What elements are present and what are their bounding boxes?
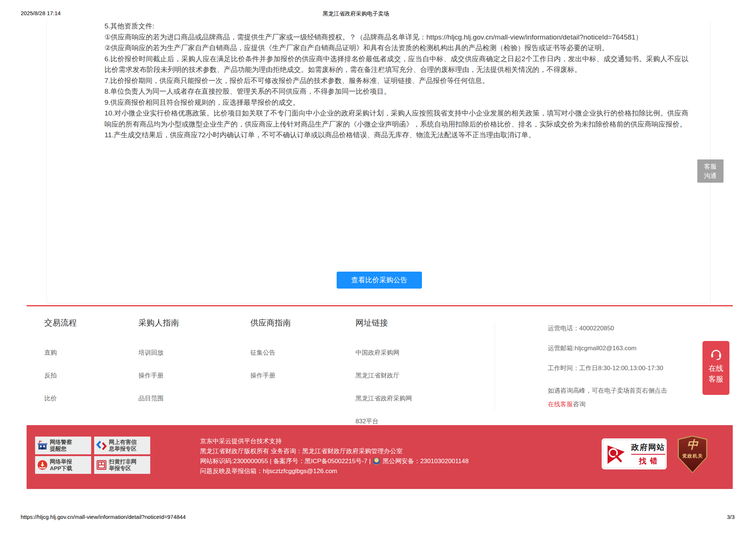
site-code-text: 网站标识码:2300000055 | 备案序号：黑ICP备05002215号-7… <box>200 456 371 466</box>
download-circle-icon <box>35 459 50 471</box>
page-title: 黑龙江省政府采购电子卖场 <box>0 10 712 17</box>
footer-link-china-gov-procurement[interactable]: 中国政府采购网 <box>355 348 412 357</box>
notice-paragraph: 11.产生成交结果后，供应商应72小时内确认订单，不可不确认订单或以商品价格错误… <box>104 130 688 141</box>
peak-hours-notice-suffix: 咨询 <box>573 401 585 408</box>
notice-paragraph: 7.比价报价期间，供应商只能报价一次，报价后不可修改报价产品的技术参数、服务标准… <box>104 75 688 86</box>
party-gov-shield-inner: 中 党政机关 <box>679 437 706 472</box>
badge-anti-porn-report[interactable]: 扫黄打非网举报专区 <box>94 456 150 474</box>
footer-link-hlj-gov-procurement[interactable]: 黑龙江省政府采购网 <box>355 394 412 403</box>
print-url: https://hljcg.hlj.gov.cn/mall-view/infor… <box>21 514 186 520</box>
police-building-icon <box>35 440 50 451</box>
badge-label-line1: 网上有害信 <box>109 439 137 445</box>
footer-vertical-divider <box>495 322 495 410</box>
magnifier-flag-icon <box>605 443 627 465</box>
badge-label-line2: 举报专区 <box>109 465 131 471</box>
footer-link-direct-purchase[interactable]: 直购 <box>44 348 77 357</box>
badge-label-line1: 扫黄打非网 <box>109 458 137 465</box>
footer-separator-line <box>27 305 733 306</box>
notice-paragraph: 6.比价报价时间截止后，采购人应在满足比价条件并参加报价的供应商中选择排名价最低… <box>104 54 688 75</box>
tech-support-line: 京东中采云提供平台技术支持 <box>200 436 468 446</box>
notice-content-area: 5.其他资质文件: ①供应商响应的若为进口商品或品牌商品，需提供生产厂家或一级经… <box>47 20 711 303</box>
gov-site-error-badge[interactable]: 政府网站 找错 <box>602 438 667 469</box>
view-price-comparison-notice-button[interactable]: 查看比价采购公告 <box>337 272 422 289</box>
copyright-line: 黑龙江省财政厅版权所有 业务咨询：黑龙江省财政厅政府采购管理办公室 <box>200 446 468 456</box>
online-service-button[interactable]: 在线 客服 <box>702 341 729 395</box>
footer-column-title: 采购人指南 <box>138 317 179 328</box>
notice-paragraph: 5.其他资质文件: <box>104 21 688 32</box>
report-mailbox-line: 问题反映及举报信箱：hljscztzfcgglbgs@126.com <box>200 466 468 476</box>
badge-label-line1: 网络举报 <box>50 458 72 465</box>
party-gov-shield-badge[interactable]: 中 党政机关 <box>678 435 707 473</box>
customer-service-chat-label-line2: 沟通 <box>697 171 724 180</box>
notice-paragraph: 9.供应商报价相同且符合报价规则的，应选择最早报价的成交。 <box>104 97 688 108</box>
notice-text-block: 5.其他资质文件: ①供应商响应的若为进口商品或品牌商品，需提供生产厂家或一级经… <box>104 21 688 141</box>
footer-column-title: 交易流程 <box>44 317 77 328</box>
gov-badge-text: 政府网站 找错 <box>630 442 666 466</box>
peak-hours-notice-prefix: 如遇咨询高峰，可在电子卖场首页右侧点击 <box>548 387 667 394</box>
footer-link-price-comparison[interactable]: 比价 <box>44 394 77 403</box>
headset-icon <box>709 347 723 361</box>
gov-badge-divider <box>631 454 665 455</box>
footer-column-supplier-guide: 供应商指南 征集公告 操作手册 <box>250 317 291 394</box>
badge-report-app-download[interactable]: 网络举报APP下载 <box>35 456 91 474</box>
online-service-label-line2: 客服 <box>702 374 729 385</box>
operation-email: 运营邮箱:hljcgmall02@163.com <box>548 344 707 353</box>
badge-label-line2: 息举报专区 <box>109 445 137 452</box>
footer-link-manual[interactable]: 操作手册 <box>250 371 291 380</box>
badge-label-line1: 网络警察 <box>50 439 72 445</box>
site-code-line: 网站标识码:2300000055 | 备案序号：黑ICP备05002215号-7… <box>200 456 468 466</box>
notice-paragraph: 10.对小微企业实行价格优惠政策。比价项目如关联了不专门面向中小企业的政府采购计… <box>104 108 688 130</box>
footer-link-manual[interactable]: 操作手册 <box>138 371 179 380</box>
footer-link-reverse-auction[interactable]: 反拍 <box>44 371 77 380</box>
gov-badge-line2: 找错 <box>630 456 666 466</box>
online-service-label-line1: 在线 <box>702 363 729 374</box>
working-hours: 工作时间：工作日8:30-12:00,13:00-17:30 <box>548 364 707 373</box>
badge-label-line2: APP下载 <box>50 465 72 471</box>
print-page-number: 3/3 <box>727 514 735 520</box>
footer-column-trade-process: 交易流程 直购 反拍 比价 <box>44 317 77 417</box>
customer-service-chat-label-line1: 客服 <box>697 162 724 171</box>
notice-paragraph: 8.单位负责人为同一人或者存在直接控股、管理关系的不同供应商，不得参加同一比价项… <box>104 86 688 97</box>
report-badges-grid: 网络警察提醒您 网上有害信息举报专区 网络举报APP下载 <box>35 437 150 474</box>
customer-service-chat-button[interactable]: 客服 沟通 <box>697 159 724 183</box>
public-security-filing-text: 黑公网安备：23010302001148 <box>382 456 468 466</box>
gov-badge-line1: 政府网站 <box>630 442 666 452</box>
footer-link-hlj-finance-dept[interactable]: 黑龙江省财政厅 <box>355 371 412 380</box>
operation-phone: 运营电话：4000220850 <box>548 324 707 333</box>
police-emblem-icon <box>373 458 380 465</box>
double-chevron-diamond-icon <box>94 440 109 451</box>
party-emblem-glyph: 中 <box>679 437 706 453</box>
red-footer-bar: 网络警察提醒您 网上有害信息举报专区 网络举报APP下载 <box>27 425 733 489</box>
peak-hours-notice: 如遇咨询高峰，可在电子卖场首页右侧点击在线客服咨询 <box>548 384 707 411</box>
footer-column-title: 网址链接 <box>355 317 412 328</box>
notice-paragraph: ②供应商响应的若为生产厂家自产自销商品，应提供《生产厂家自产自销商品证明》和具有… <box>104 42 688 54</box>
footer-link-collection-notice[interactable]: 征集公告 <box>250 348 291 357</box>
badge-label-line2: 提醒您 <box>50 445 66 452</box>
footer-legal-text: 京东中采云提供平台技术支持 黑龙江省财政厅版权所有 业务咨询：黑龙江省财政厅政府… <box>200 436 468 476</box>
footer-contact-block: 运营电话：4000220850 运营邮箱:hljcgmall02@163.com… <box>548 324 707 411</box>
footer-link-category-scope[interactable]: 品目范围 <box>138 394 179 403</box>
badge-cyber-police[interactable]: 网络警察提醒您 <box>35 437 91 454</box>
badge-harmful-info-report[interactable]: 网上有害信息举报专区 <box>94 437 150 454</box>
notice-paragraph: ①供应商响应的若为进口商品或品牌商品，需提供生产厂家或一级经销商授权。？（品牌商… <box>104 32 688 43</box>
party-badge-label: 党政机关 <box>679 453 706 459</box>
footer-link-832-platform[interactable]: 832平台 <box>355 417 412 426</box>
online-service-link[interactable]: 在线客服 <box>548 401 573 408</box>
red-seal-icon <box>94 459 109 471</box>
footer-link-training-replay[interactable]: 培训回放 <box>138 348 179 357</box>
footer-column-links: 网址链接 中国政府采购网 黑龙江省财政厅 黑龙江省政府采购网 832平台 <box>355 317 412 440</box>
footer-column-buyer-guide: 采购人指南 培训回放 操作手册 品目范围 <box>138 317 179 417</box>
footer-column-title: 供应商指南 <box>250 317 291 328</box>
